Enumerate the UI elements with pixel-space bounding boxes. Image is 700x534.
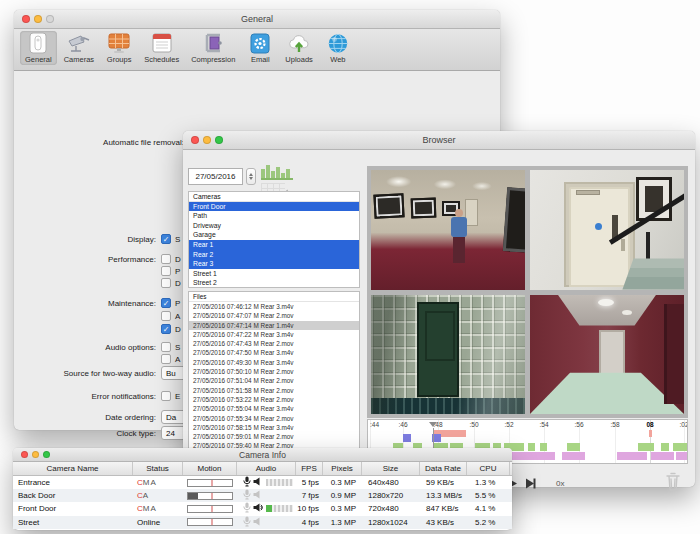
column-header-audio[interactable]: Audio <box>237 462 296 475</box>
file-list-item[interactable]: 27/05/2016 07:47:22 M Rear 3.m4v <box>189 330 359 339</box>
column-header-fps[interactable]: FPS <box>296 462 323 475</box>
camera-view-maroon-hall[interactable] <box>530 295 684 415</box>
toolbar-item-label: Schedules <box>144 55 179 64</box>
camera-view-door[interactable] <box>530 170 684 290</box>
toolbar-item-schedules[interactable]: Schedules <box>139 31 184 65</box>
camera-view-frames-hall[interactable] <box>371 295 525 415</box>
file-list-item[interactable]: 27/05/2016 07:55:04 M Rear 3.m4v <box>189 404 359 413</box>
camera-list-item[interactable]: Rear 3 <box>189 259 359 269</box>
camera-row-back-door[interactable]: Back DoorCA7 fps0.9 MP1280x72013.3 MB/s5… <box>13 489 512 502</box>
toolbar-item-cameras[interactable]: Cameras <box>59 31 99 65</box>
camera-view-corridor[interactable] <box>371 170 525 290</box>
playback-speed-label: 0x <box>556 479 564 488</box>
column-header-data-rate[interactable]: Data Rate <box>420 462 467 475</box>
file-list-item[interactable]: 27/05/2016 07:51:58 M Rear 2.mov <box>189 386 359 395</box>
rate-cell: 59 KB/s <box>420 478 467 487</box>
column-header-pixels[interactable]: Pixels <box>323 462 362 475</box>
timeline-tick-label: 08 <box>646 421 653 428</box>
motion-threshold-tick <box>212 493 213 499</box>
settings-text: S <box>175 235 180 244</box>
date-stepper[interactable] <box>246 168 256 185</box>
checkbox[interactable] <box>161 311 171 321</box>
checkbox[interactable]: ✓ <box>161 324 171 334</box>
timeline-tick-label: :44 <box>370 421 379 428</box>
camera-list-item[interactable]: Street 2 <box>189 278 359 288</box>
camera-list-item[interactable]: Driveway <box>189 221 359 231</box>
toolbar-item-groups[interactable]: Groups <box>101 31 137 65</box>
close-button[interactable] <box>22 15 30 23</box>
camera-table-header: Camera NameStatusMotionAudioFPSPixelsSiz… <box>13 462 512 476</box>
camera-row-entrance[interactable]: EntranceCMA5 fps0.3 MP640x48059 KB/s1.3 … <box>13 476 512 489</box>
file-list-item[interactable]: 27/05/2016 07:49:30 M Rear 3.m4v <box>189 358 359 367</box>
motion-cell <box>183 479 237 487</box>
file-list-item[interactable]: 27/05/2016 07:47:43 M Rear 2.mov <box>189 339 359 348</box>
camera-list-item[interactable]: Front Door <box>189 202 359 212</box>
checkbox[interactable] <box>161 354 171 364</box>
zoom-button[interactable] <box>43 451 50 458</box>
zoom-button[interactable] <box>215 136 223 144</box>
toolbar-item-email[interactable]: Email <box>242 31 278 65</box>
fps-cell: 10 fps <box>296 504 323 513</box>
file-list-item[interactable]: 27/05/2016 07:46:12 M Rear 3.m4v <box>189 302 359 311</box>
toolbar-item-uploads[interactable]: Uploads <box>280 31 318 65</box>
file-list-item[interactable]: 27/05/2016 07:53:22 M Rear 2.mov <box>189 395 359 404</box>
activity-graph-icon[interactable] <box>261 164 293 180</box>
settings-row: Maintenance:✓P <box>14 296 180 310</box>
speaker-icon <box>253 503 264 514</box>
file-list-item[interactable]: 27/05/2016 07:47:50 M Rear 3.m4v <box>189 348 359 357</box>
camera-list-item[interactable]: Rear 2 <box>189 250 359 260</box>
checkbox[interactable]: ✓ <box>161 234 171 244</box>
file-list-item[interactable]: 27/05/2016 07:59:01 M Rear 2.mov <box>189 432 359 441</box>
checkbox[interactable]: ✓ <box>161 298 171 308</box>
minimize-button[interactable] <box>203 136 211 144</box>
camera-list-item[interactable]: Rear 1 <box>189 240 359 250</box>
checkbox[interactable] <box>161 278 171 288</box>
toolbar-item-compression[interactable]: Compression <box>186 31 240 65</box>
checkbox[interactable] <box>161 266 171 276</box>
playhead-icon[interactable] <box>429 422 437 427</box>
camera-list-item[interactable]: Path <box>189 211 359 221</box>
speaker-icon <box>253 517 264 528</box>
toolbar-item-general[interactable]: General <box>20 31 57 65</box>
date-field[interactable]: 27/05/2016 <box>188 168 243 185</box>
file-list-item[interactable]: 27/05/2016 07:51:04 M Rear 2.mov <box>189 376 359 385</box>
toolbar-item-web[interactable]: Web <box>320 31 356 65</box>
checkbox[interactable] <box>161 391 171 401</box>
mic-icon <box>243 502 251 515</box>
file-list-item[interactable]: 27/05/2016 07:47:07 M Rear 2.mov <box>189 311 359 320</box>
camera-row-street[interactable]: StreetOnline4 fps1.3 MP1280x102443 KB/s5… <box>13 516 512 529</box>
column-header-size[interactable]: Size <box>362 462 420 475</box>
settings-label: Audio options: <box>14 343 156 352</box>
column-header-status[interactable]: Status <box>133 462 183 475</box>
status-text: Online <box>137 518 160 527</box>
camera-row-front-door[interactable]: Front DoorCMA10 fps0.3 MP720x480847 KB/s… <box>13 502 512 515</box>
motion-level-bar <box>187 479 233 487</box>
file-list-item[interactable]: 27/05/2016 07:58:15 M Rear 3.m4v <box>189 423 359 432</box>
timeline-tick-label: :56 <box>574 421 583 428</box>
minimize-button[interactable] <box>34 15 42 23</box>
timeline-segment-red <box>649 430 652 437</box>
file-list-item[interactable]: 27/05/2016 07:50:10 M Rear 2.mov <box>189 367 359 376</box>
motion-level-bar <box>187 492 233 500</box>
column-header-cpu[interactable]: CPU <box>467 462 510 475</box>
camera-list-item[interactable]: Garage <box>189 230 359 240</box>
camera-list-item[interactable]: Street 1 <box>189 269 359 279</box>
settings-text: D <box>175 255 181 264</box>
minimize-button[interactable] <box>32 451 39 458</box>
checkbox[interactable] <box>161 254 171 264</box>
zoom-button[interactable] <box>46 15 54 23</box>
settings-label: Display: <box>14 235 156 244</box>
column-header-motion[interactable]: Motion <box>183 462 237 475</box>
step-forward-button[interactable] <box>524 478 537 489</box>
column-header-camera-name[interactable]: Camera Name <box>13 462 133 475</box>
file-list-item[interactable]: 27/05/2016 07:47:14 M Rear 1.m4v <box>189 321 359 330</box>
globe-icon <box>325 32 351 55</box>
file-list-item[interactable]: 27/05/2016 07:55:34 M Rear 2.mov <box>189 414 359 423</box>
timeline-tick-label: :58 <box>610 421 619 428</box>
trash-icon[interactable] <box>665 472 681 492</box>
close-button[interactable] <box>191 136 199 144</box>
checkbox[interactable] <box>161 342 171 352</box>
browser-window: Browser 27/05/2016 CamerasFront DoorPath… <box>183 131 695 487</box>
close-button[interactable] <box>21 451 28 458</box>
motion-level-bar <box>187 518 233 526</box>
